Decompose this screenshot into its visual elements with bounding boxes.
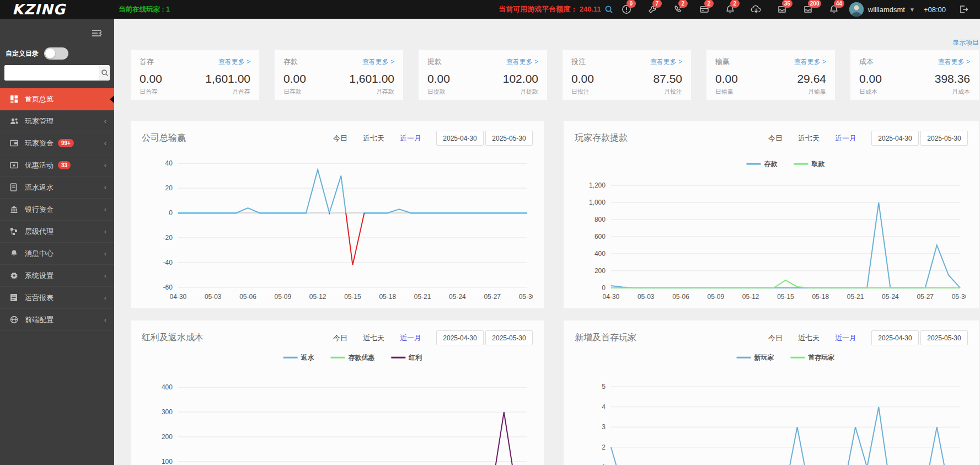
month-label: 月存款: [376, 88, 394, 96]
stat-card-winloss: 输赢 查看更多 > 0.00 29.64 日输赢 月输赢: [706, 50, 835, 100]
svg-text:05-27: 05-27: [484, 293, 501, 301]
card-icon[interactable]: 2: [699, 4, 710, 15]
date-to-input[interactable]: [920, 131, 968, 146]
sidebar-item-frontend-config[interactable]: 前端配置 ‹: [0, 309, 114, 331]
tab-today[interactable]: 今日: [768, 333, 783, 343]
day-label: 日投注: [571, 88, 590, 96]
chart-title: 新增及首存玩家: [575, 332, 768, 344]
credit-search-icon[interactable]: [604, 5, 613, 14]
day-value: 0.00: [427, 72, 450, 85]
custom-menu-toggle[interactable]: [44, 47, 68, 60]
view-more-link[interactable]: 查看更多 >: [938, 57, 970, 67]
sidebar-search-button[interactable]: [99, 65, 110, 81]
view-more-link[interactable]: 查看更多 >: [362, 57, 394, 67]
stat-card-cost: 成本 查看更多 > 0.00 398.36 日成本 月成本: [850, 50, 979, 100]
sidebar-item-player-management[interactable]: 玩家管理 ‹: [0, 110, 114, 132]
chevron-left-icon: ‹: [104, 205, 106, 213]
chevron-left-icon: ‹: [104, 227, 106, 236]
sidebar-item-label: 消息中心: [25, 249, 53, 259]
tab-last-month[interactable]: 近一月: [400, 133, 421, 143]
show-items-link[interactable]: 显示项目: [952, 39, 979, 46]
alert-icon[interactable]: 0: [621, 4, 632, 15]
user-menu[interactable]: williamdsmt ▼: [849, 2, 915, 17]
chart-panel-deposit-withdrawal: 玩家存款提款 今日 近七天 近一月 1,2001,000800600400200…: [564, 121, 979, 308]
chart-title: 公司总输赢: [142, 132, 333, 144]
sidebar-item-label: 系统设置: [25, 271, 53, 281]
tab-today[interactable]: 今日: [333, 333, 347, 343]
sidebar-item-label: 优惠活动: [25, 161, 53, 170]
tab-last-month[interactable]: 近一月: [835, 133, 856, 143]
view-more-link[interactable]: 查看更多 >: [794, 57, 826, 67]
sidebar-item-message-center[interactable]: 消息中心 ‹: [0, 243, 114, 265]
day-label: 日输赢: [715, 88, 733, 96]
tab-last-month[interactable]: 近一月: [400, 333, 421, 343]
date-to-input[interactable]: [485, 131, 533, 146]
collapse-menu-icon[interactable]: [90, 29, 103, 40]
bell-icon[interactable]: 2: [725, 4, 736, 15]
deposit-withdrawal-chart: 1,2001,000800600400200004-3005-0305-0605…: [575, 149, 966, 306]
tab-last-7-days[interactable]: 近七天: [798, 133, 820, 143]
wrench-badge: 7: [652, 0, 662, 8]
view-more-link[interactable]: 查看更多 >: [650, 57, 682, 67]
platform-credit-text: 当前可用游戏平台额度： 240.11: [499, 4, 601, 14]
tab-last-7-days[interactable]: 近七天: [363, 133, 384, 143]
sidebar-search-input[interactable]: [4, 65, 99, 81]
inbox-icon[interactable]: 200: [802, 4, 813, 15]
chevron-left-icon: ‹: [104, 293, 106, 302]
wrench-icon[interactable]: 7: [647, 4, 658, 15]
tab-last-month[interactable]: 近一月: [835, 333, 856, 343]
date-from-input[interactable]: [436, 330, 484, 345]
month-label: 月投注: [664, 88, 682, 96]
sidebar-item-operation-reports[interactable]: 运营报表 ‹: [0, 287, 114, 309]
svg-text:05-30: 05-30: [519, 293, 533, 301]
day-value: 0.00: [283, 72, 306, 85]
svg-text:3: 3: [602, 423, 606, 431]
sidebar-item-turnover-rebate[interactable]: 流水返水 ‹: [0, 177, 114, 199]
new-first-deposit-players-chart: 54321004-3005-0305-0605-0905-1205-1505-1…: [575, 349, 966, 465]
tab-today[interactable]: 今日: [333, 133, 347, 143]
date-from-input[interactable]: [871, 131, 919, 146]
tab-today[interactable]: 今日: [768, 133, 783, 143]
svg-text:800: 800: [595, 216, 606, 223]
stat-card-first-deposit: 首存 查看更多 > 0.00 1,601.00 日首存 月首存: [131, 50, 259, 100]
card-title: 输赢: [715, 57, 730, 67]
svg-text:05-03: 05-03: [638, 293, 655, 301]
date-from-input[interactable]: [871, 330, 919, 345]
sidebar-item-system-settings[interactable]: 系统设置 ‹: [0, 265, 114, 287]
sidebar-item-home-overview[interactable]: 首页总览: [0, 88, 114, 110]
view-more-link[interactable]: 查看更多 >: [506, 57, 538, 67]
chevron-left-icon: ‹: [104, 161, 106, 169]
card-title: 提款: [427, 57, 442, 67]
cloud-download-icon[interactable]: [751, 4, 762, 15]
month-value: 1,601.00: [349, 72, 394, 85]
month-label: 月输赢: [808, 88, 826, 96]
phone-icon[interactable]: 2: [673, 4, 684, 15]
date-from-input[interactable]: [436, 131, 484, 146]
svg-text:05-09: 05-09: [708, 293, 725, 301]
company-winloss-chart: 40200-20-40-6004-3005-0305-0605-0905-120…: [142, 149, 533, 306]
bell-icon[interactable]: 44: [828, 4, 839, 15]
svg-text:0: 0: [169, 209, 173, 217]
chevron-left-icon: ‹: [104, 139, 106, 147]
document-icon: [10, 183, 19, 192]
tab-last-7-days[interactable]: 近七天: [798, 333, 820, 343]
logout-icon[interactable]: [958, 4, 969, 15]
svg-text:600: 600: [595, 233, 606, 240]
svg-text:05-27: 05-27: [917, 293, 934, 301]
date-to-input[interactable]: [485, 330, 533, 345]
sidebar-item-bank-funds[interactable]: 银行资金 ‹: [0, 199, 114, 221]
tab-last-7-days[interactable]: 近七天: [363, 333, 384, 343]
view-more-link[interactable]: 查看更多 >: [218, 57, 250, 67]
sidebar-badge: 33: [58, 161, 71, 169]
svg-text:05-03: 05-03: [205, 293, 222, 301]
sidebar-item-label: 前端配置: [25, 315, 53, 325]
sidebar-item-player-funds[interactable]: 玩家资金 99+ ‹: [0, 132, 114, 154]
chevron-left-icon: ‹: [104, 316, 106, 324]
sidebar-item-label: 银行资金: [25, 205, 53, 215]
username: williamdsmt: [868, 6, 905, 14]
date-to-input[interactable]: [920, 330, 968, 345]
sidebar-item-agent-hierarchy[interactable]: 层级代理 ‹: [0, 221, 114, 243]
month-value: 1,601.00: [205, 72, 250, 85]
inbox-icon[interactable]: 35: [776, 4, 788, 15]
sidebar-item-promotions[interactable]: 优惠活动 33 ‹: [0, 154, 114, 177]
